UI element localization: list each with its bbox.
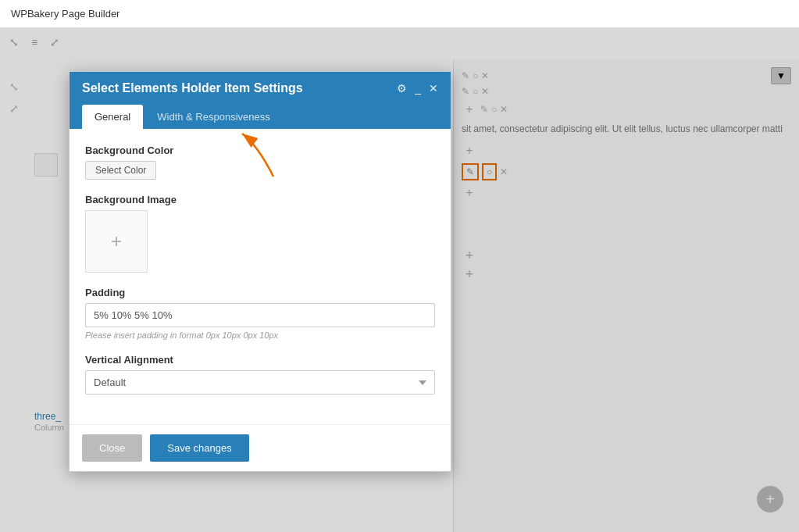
save-button[interactable]: Save changes: [150, 434, 248, 462]
vertical-alignment-label: Vertical Alignment: [85, 354, 435, 366]
modal-header: Select Elements Holder Item Settings ⚙ _…: [70, 72, 451, 105]
background-color-label: Background Color: [85, 145, 435, 156]
modal-header-icons: ⚙ _ ✕: [397, 82, 438, 95]
modal-dialog: Select Elements Holder Item Settings ⚙ _…: [69, 71, 451, 472]
tab-width-responsiveness[interactable]: Width & Responsiveness: [144, 105, 283, 129]
main-area: ⤡ ≡ ⤢ ▼ ✎ ○ ✕ ✎ ○ ✕ +: [0, 28, 799, 532]
background-image-group: Background Image +: [85, 194, 435, 273]
modal-body: Background Color Select Color Background…: [70, 129, 451, 424]
background-color-group: Background Color Select Color: [85, 145, 435, 180]
top-bar: WPBakery Page Builder: [0, 0, 799, 28]
padding-label: Padding: [85, 287, 435, 298]
select-color-button[interactable]: Select Color: [85, 161, 156, 180]
image-plus-icon: +: [111, 230, 122, 252]
close-icon[interactable]: ✕: [429, 82, 438, 95]
padding-group: Padding Please insert padding in format …: [85, 287, 435, 340]
settings-icon[interactable]: ⚙: [397, 82, 407, 95]
image-upload-box[interactable]: +: [85, 210, 148, 273]
padding-hint: Please insert padding in format 0px 10px…: [85, 330, 435, 340]
vertical-alignment-group: Vertical Alignment Default Top Middle Bo…: [85, 354, 435, 395]
modal-title: Select Elements Holder Item Settings: [82, 81, 303, 95]
app-title: WPBakery Page Builder: [11, 8, 119, 20]
vertical-alignment-select[interactable]: Default Top Middle Bottom: [85, 370, 435, 395]
padding-input[interactable]: [85, 303, 435, 327]
background-image-label: Background Image: [85, 194, 435, 205]
modal-footer: Close Save changes: [70, 424, 451, 471]
tab-general[interactable]: General: [82, 105, 143, 129]
close-button[interactable]: Close: [82, 434, 142, 462]
minimize-icon[interactable]: _: [415, 82, 421, 95]
modal-tabs: General Width & Responsiveness: [70, 105, 451, 129]
